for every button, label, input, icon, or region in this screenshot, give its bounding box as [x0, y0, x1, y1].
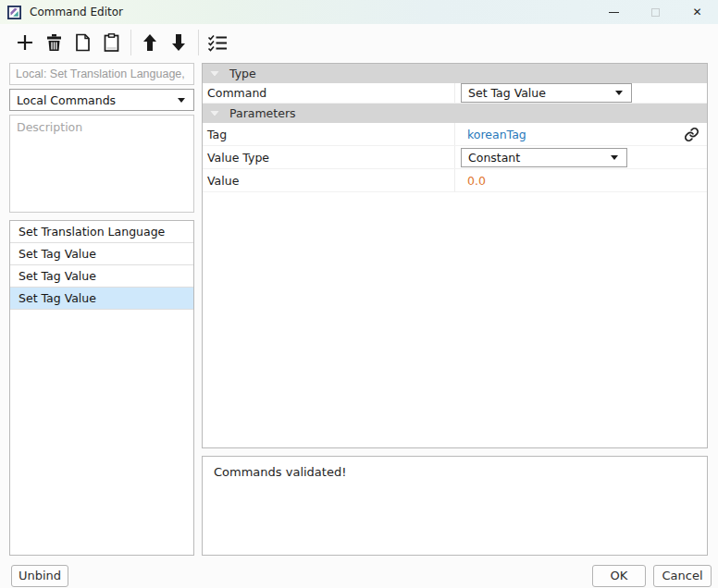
- type-section-header[interactable]: Type: [203, 64, 707, 83]
- list-item-selected[interactable]: Set Tag Value: [10, 288, 193, 310]
- add-command-button[interactable]: [14, 31, 36, 54]
- link-icon: [684, 127, 699, 142]
- scope-dropdown-value: Local Commands: [10, 93, 178, 107]
- arrow-up-icon: [142, 33, 158, 52]
- titlebar: Command Editor ✕: [0, 0, 718, 24]
- move-up-button[interactable]: [139, 31, 161, 54]
- trash-icon: [45, 33, 63, 52]
- tag-row: Tag koreanTag: [203, 123, 707, 146]
- value-type-dropdown-value: Constant: [462, 151, 611, 165]
- value-row: Value 0.0: [203, 169, 707, 192]
- toolbar-separator: [130, 30, 131, 55]
- paste-icon: [104, 33, 119, 52]
- collapse-triangle-icon: [210, 71, 219, 77]
- value-field[interactable]: 0.0: [467, 174, 486, 188]
- close-icon: ✕: [692, 6, 701, 18]
- unbind-button[interactable]: Unbind: [11, 565, 68, 587]
- validate-commands-button[interactable]: [206, 31, 229, 54]
- checklist-icon: [207, 33, 228, 52]
- value-type-label: Value Type: [203, 146, 455, 168]
- maximize-button[interactable]: [635, 0, 676, 24]
- move-down-button[interactable]: [167, 31, 190, 54]
- validation-box: Commands validated!: [202, 456, 708, 556]
- copy-icon: [74, 33, 91, 52]
- command-editor-panel: Type Command Set Tag Value Parameters Ta…: [202, 63, 708, 448]
- command-label: Command: [203, 83, 455, 103]
- chevron-down-icon: [178, 98, 185, 103]
- delete-command-button[interactable]: [43, 31, 65, 54]
- command-row: Command Set Tag Value: [203, 83, 707, 104]
- list-item[interactable]: Set Tag Value: [10, 265, 193, 288]
- tag-value[interactable]: koreanTag: [467, 128, 526, 141]
- cancel-button[interactable]: Cancel: [653, 565, 712, 587]
- command-editor-window: Command Editor ✕: [0, 0, 718, 588]
- tag-label: Tag: [203, 123, 455, 145]
- parameters-section-header[interactable]: Parameters: [203, 104, 707, 123]
- minimize-icon: [609, 12, 619, 13]
- minimize-button[interactable]: [593, 0, 635, 24]
- type-section-label: Type: [229, 67, 256, 80]
- plus-icon: [16, 33, 34, 52]
- collapse-triangle-icon: [210, 111, 219, 116]
- command-dropdown-value: Set Tag Value: [462, 86, 615, 100]
- tag-link-button[interactable]: [684, 127, 699, 142]
- copy-command-button[interactable]: [71, 31, 93, 54]
- paste-command-button[interactable]: [100, 31, 122, 54]
- binding-summary-field[interactable]: [9, 63, 194, 85]
- validation-message: Commands validated!: [214, 465, 346, 479]
- value-type-dropdown[interactable]: Constant: [461, 148, 627, 167]
- toolbar-separator: [198, 30, 199, 55]
- command-list: Set Translation Language Set Tag Value S…: [9, 220, 194, 556]
- value-type-row: Value Type Constant: [203, 146, 707, 169]
- window-controls: ✕: [593, 0, 718, 24]
- chevron-down-icon: [611, 155, 618, 160]
- description-field[interactable]: [9, 115, 194, 213]
- ok-button[interactable]: OK: [592, 565, 646, 587]
- value-label: Value: [203, 169, 455, 191]
- close-button[interactable]: ✕: [676, 0, 718, 24]
- toolbar: [0, 24, 718, 61]
- parameters-section-label: Parameters: [229, 106, 296, 120]
- command-dropdown[interactable]: Set Tag Value: [461, 83, 632, 103]
- chevron-down-icon: [615, 91, 623, 95]
- window-title: Command Editor: [30, 6, 123, 18]
- maximize-icon: [651, 8, 660, 17]
- list-item[interactable]: Set Translation Language: [10, 221, 193, 243]
- list-item[interactable]: Set Tag Value: [10, 243, 193, 265]
- scope-dropdown[interactable]: Local Commands: [9, 89, 194, 111]
- app-icon: [7, 6, 21, 19]
- arrow-down-icon: [170, 33, 187, 52]
